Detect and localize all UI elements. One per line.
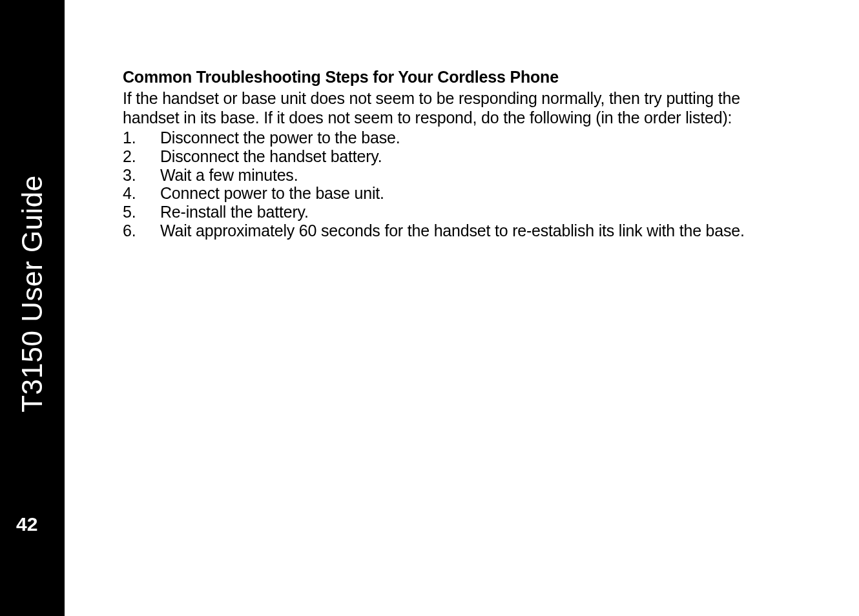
page-number: 42 (16, 513, 37, 535)
section-heading: Common Troubleshooting Steps for Your Co… (123, 68, 794, 87)
list-item: Wait approximately 60 seconds for the ha… (123, 221, 794, 240)
document-title: T3150 User Guide (16, 175, 48, 413)
steps-list: Disconnect the power to the base. Discon… (123, 128, 794, 240)
list-item: Disconnect the power to the base. (123, 128, 794, 147)
intro-paragraph: If the handset or base unit does not see… (123, 89, 794, 127)
main-content: Common Troubleshooting Steps for Your Co… (123, 68, 794, 240)
list-item: Wait a few minutes. (123, 166, 794, 185)
list-item: Re-install the battery. (123, 203, 794, 221)
list-item: Connect power to the base unit. (123, 184, 794, 203)
list-item: Disconnect the handset battery. (123, 147, 794, 166)
sidebar: T3150 User Guide 42 (0, 0, 65, 616)
